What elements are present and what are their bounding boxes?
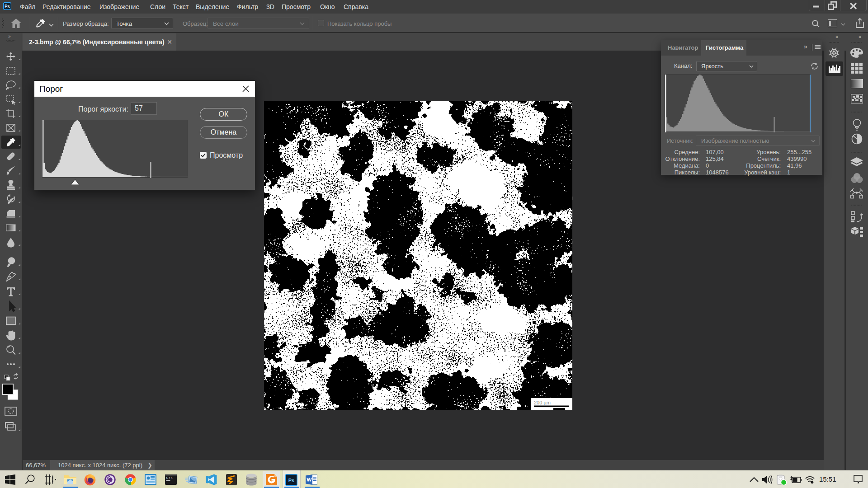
svg-text:Ps: Ps (5, 4, 10, 9)
svg-text:Ps: Ps (288, 478, 294, 483)
svg-text:C:\: C:\ (166, 476, 173, 480)
svg-text:200 µm: 200 µm (534, 400, 551, 405)
